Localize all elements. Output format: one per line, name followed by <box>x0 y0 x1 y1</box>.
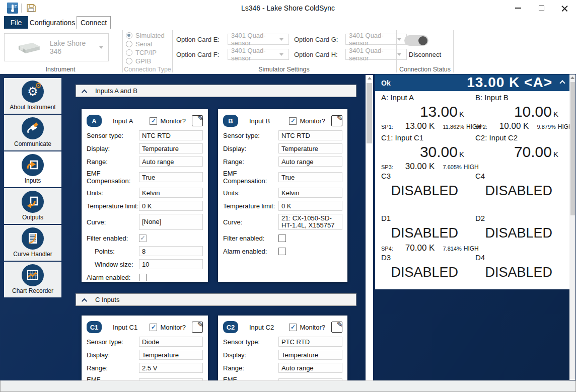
connect-toggle[interactable] <box>404 35 428 46</box>
emf-field[interactable]: True <box>139 172 203 182</box>
section-inputs-a-b[interactable]: Inputs A and B <box>76 85 356 97</box>
monitor-checkbox[interactable]: ✓ <box>150 324 157 331</box>
simulator-settings-group-label: Simulator Settings <box>173 66 395 73</box>
edit-button[interactable]: ✎ <box>331 115 342 126</box>
range-field[interactable]: Auto range <box>139 156 203 167</box>
window-title: Ls346 - Lake Shore ColdSync <box>0 4 576 12</box>
scroll-up-icon <box>368 77 372 80</box>
display-field[interactable]: Temperature <box>278 350 342 360</box>
channel-c4-label: C4 <box>475 172 569 182</box>
channel-c2-reading: 70.00K <box>475 143 569 162</box>
alarm-enabled-checkbox[interactable] <box>278 248 286 255</box>
input-a-panel: A Input A ✓ Monitor? ✎ Sensor type:NTC R… <box>82 109 208 282</box>
instrument-selector[interactable]: Lake Shore 346 <box>4 33 109 61</box>
monitor-checkbox[interactable]: ✓ <box>150 117 157 125</box>
scrollbar-thumb[interactable] <box>570 82 575 215</box>
collapse-chevron-icon[interactable] <box>559 80 565 86</box>
channel-d2-reading: DISABLED <box>475 224 569 243</box>
display-field[interactable]: Temperature <box>278 143 342 153</box>
emf-field[interactable]: True <box>278 172 342 182</box>
range-field[interactable]: Auto range <box>278 156 342 167</box>
display-field[interactable]: Temperature <box>139 350 203 360</box>
maximize-button[interactable] <box>530 0 553 16</box>
instrument-device-icon <box>16 40 42 55</box>
edit-button[interactable]: ✎ <box>192 322 203 333</box>
radio-tcpip[interactable]: TCP/IP <box>126 48 165 57</box>
option-card-g-label: Option Card G: <box>294 36 340 43</box>
output-arrow-icon <box>22 191 44 213</box>
units-field[interactable]: Kelvin <box>139 188 203 198</box>
ribbon-separator <box>396 30 397 72</box>
radio-button-icon <box>126 58 132 64</box>
option-card-e-label: Option Card E: <box>176 36 223 43</box>
channel-c2-label: C2: Input C2 <box>475 133 569 143</box>
points-field[interactable]: 8 <box>139 246 203 256</box>
tab-configurations[interactable]: Configurations <box>28 16 77 29</box>
window-scrollbar[interactable] <box>569 74 575 380</box>
setpoint-3: SP3:30.00 K7.605%HIGH <box>381 162 475 172</box>
sensor-type-field[interactable]: PTC RTD <box>278 337 342 347</box>
chevron-down-icon <box>279 53 283 56</box>
sidebar-item-curve-handler[interactable]: Curve Handler <box>4 225 61 261</box>
units-field[interactable]: Kelvin <box>278 188 342 198</box>
temp-limit-field[interactable]: 0 K <box>278 201 342 211</box>
sensor-type-field[interactable]: NTC RTD <box>139 130 203 140</box>
sidebar-item-inputs[interactable]: Inputs <box>4 151 61 187</box>
sidebar: ⚙ ⚙ About Instrument Communicate <box>4 78 61 298</box>
sidebar-item-communicate[interactable]: Communicate <box>4 115 61 150</box>
close-icon <box>561 5 568 12</box>
input-c1-panel: C1 Input C1 ✓ Monitor? ✎ Sensor type:Dio… <box>82 316 208 380</box>
sidebar-item-about-instrument[interactable]: ⚙ ⚙ About Instrument <box>4 78 61 114</box>
bottom-scroll-strip[interactable] <box>1 380 575 391</box>
curve-document-icon <box>22 227 44 250</box>
option-card-e-select[interactable]: 3401 Quad-sensor <box>228 34 289 45</box>
monitor-checkbox[interactable]: ✓ <box>289 117 297 125</box>
sidebar-item-chart-recorder[interactable]: Chart Recorder <box>4 262 61 297</box>
section-c-inputs[interactable]: C Inputs <box>76 293 356 306</box>
input-b-name: Input B <box>249 117 270 125</box>
radio-button-icon <box>126 32 132 39</box>
channel-a-reading: 13.00K <box>381 103 475 121</box>
scrollbar-thumb[interactable] <box>367 83 372 143</box>
ribbon-tab-row: File Configurations Connect <box>0 16 576 29</box>
window-size-field[interactable]: 10 <box>139 259 203 269</box>
channel-c4-reading: DISABLED <box>475 182 569 201</box>
filter-enabled-checkbox[interactable]: ✓ <box>139 234 147 242</box>
sensor-type-field[interactable]: NTC RTD <box>278 130 342 140</box>
radio-serial[interactable]: Serial <box>126 40 165 48</box>
display-field[interactable]: Temperature <box>139 143 203 153</box>
ribbon: Lake Shore 346 Instrument Simulated Seri… <box>0 29 576 74</box>
input-b-panel: B Input B ✓ Monitor? ✎ Sensor type:NTC R… <box>218 109 347 282</box>
curve-field[interactable]: 21: CX-1050-SD-HT-1.4L, X155757 <box>278 214 342 230</box>
sensor-type-field[interactable]: Diode <box>139 337 203 347</box>
range-field[interactable]: Auto range <box>278 363 342 373</box>
minimize-button[interactable] <box>507 0 530 16</box>
sidebar-item-outputs[interactable]: Outputs <box>4 188 61 224</box>
close-button[interactable] <box>553 0 576 16</box>
channel-b-reading: 10.00K <box>475 103 569 121</box>
range-field[interactable]: 2.5 V <box>139 363 203 373</box>
option-card-f-label: Option Card F: <box>176 51 223 58</box>
radio-gpib[interactable]: GPIB <box>126 57 165 65</box>
tab-file[interactable]: File <box>4 16 28 29</box>
temp-limit-field[interactable]: 0 K <box>139 201 203 211</box>
setpoint-4: SP4:70.00 K7.814%HIGH <box>381 243 475 253</box>
title-bar: Ls346 - Lake Shore ColdSync <box>0 0 576 16</box>
curve-field[interactable]: [None] <box>139 214 203 230</box>
edit-button[interactable]: ✎ <box>192 115 203 126</box>
option-card-f-select[interactable]: 3401 Quad-sensor <box>228 49 289 60</box>
scroll-up-icon <box>570 76 574 79</box>
tab-connect[interactable]: Connect <box>77 16 111 29</box>
filter-enabled-checkbox[interactable] <box>278 234 286 242</box>
edit-button[interactable]: ✎ <box>331 322 342 333</box>
chevron-down-icon <box>99 46 103 49</box>
toggle-knob <box>418 36 427 45</box>
usb-plug-icon <box>22 117 44 139</box>
content-scrollbar[interactable] <box>366 75 373 380</box>
alarm-enabled-checkbox[interactable] <box>139 274 147 281</box>
main-area: ⚙ ⚙ About Instrument Communicate <box>0 74 576 380</box>
monitor-checkbox[interactable]: ✓ <box>289 324 297 331</box>
channel-c3-label: C3 <box>381 172 475 182</box>
radio-simulated[interactable]: Simulated <box>126 31 165 40</box>
channel-d1-reading: DISABLED <box>381 224 475 243</box>
